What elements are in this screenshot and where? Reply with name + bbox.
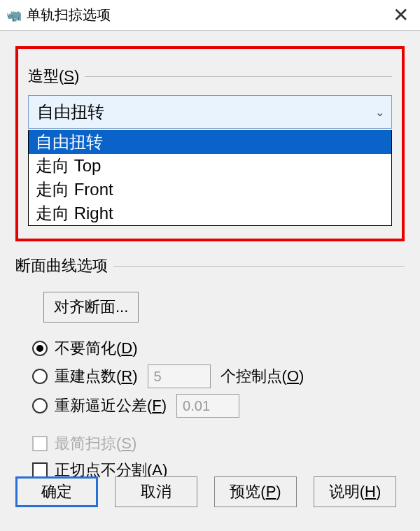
style-option-right[interactable]: 走向 Right — [29, 201, 391, 225]
refit-tolerance-field[interactable]: 0.01 — [176, 394, 239, 418]
radio-do-not-simplify[interactable] — [32, 341, 48, 356]
curve-label-text: 断面曲线选项 — [15, 255, 108, 276]
curve-options-group: 断面曲线选项 对齐断面... 不要简化(D) 重建点数(R) 5 个控制点(O)… — [15, 255, 405, 483]
divider — [113, 266, 405, 267]
style-dropdown-list: 自由扭转 走向 Top 走向 Front 走向 Right — [28, 130, 392, 226]
app-icon: 🦏 — [6, 7, 22, 24]
button-bar: 确定 取消 预览(P) 说明(H) — [15, 476, 405, 507]
label-control-points: 个控制点(O) — [220, 366, 304, 387]
style-option-front[interactable]: 走向 Front — [29, 178, 391, 201]
checkbox-simplest-sweep — [32, 436, 48, 451]
title-bar: 🦏 单轨扫掠选项 ✕ — [0, 0, 420, 31]
label-rebuild: 重建点数(R) — [55, 366, 138, 387]
preview-button[interactable]: 预览(P) — [214, 476, 297, 507]
style-combobox[interactable]: 自由扭转 ⌄ — [28, 95, 392, 129]
close-icon[interactable]: ✕ — [386, 1, 414, 29]
curve-group-label: 断面曲线选项 — [15, 255, 405, 276]
align-sections-button[interactable]: 对齐断面... — [43, 292, 139, 323]
divider — [85, 76, 392, 77]
ok-button[interactable]: 确定 — [15, 476, 98, 507]
style-label-suffix: ) — [74, 67, 79, 85]
cancel-button[interactable]: 取消 — [115, 476, 197, 507]
label-refit: 重新逼近公差(F) — [55, 395, 167, 416]
style-option-freeform[interactable]: 自由扭转 — [29, 130, 391, 154]
help-button[interactable]: 说明(H) — [314, 476, 396, 507]
label-simplest-sweep: 最简扫掠(S) — [55, 433, 136, 454]
style-combobox-value: 自由扭转 — [37, 101, 104, 123]
dialog-content: 造型(S) 自由扭转 ⌄ 自由扭转 走向 Top 走向 Front 走向 Rig… — [0, 31, 420, 497]
radio-refit[interactable] — [32, 398, 48, 413]
style-label-prefix: 造型( — [28, 67, 64, 85]
radio-rebuild[interactable] — [32, 369, 48, 384]
label-do-not-simplify: 不要简化(D) — [55, 338, 138, 359]
window-title: 单轨扫掠选项 — [27, 6, 386, 24]
style-group-label: 造型(S) — [28, 66, 392, 87]
chevron-down-icon: ⌄ — [375, 106, 384, 119]
checkbox-no-split-tangent[interactable] — [32, 462, 48, 478]
style-option-top[interactable]: 走向 Top — [29, 154, 391, 178]
style-group-highlight: 造型(S) 自由扭转 ⌄ 自由扭转 走向 Top 走向 Front 走向 Rig… — [15, 46, 405, 241]
style-label-key: S — [64, 67, 74, 85]
rebuild-points-field[interactable]: 5 — [148, 364, 211, 388]
